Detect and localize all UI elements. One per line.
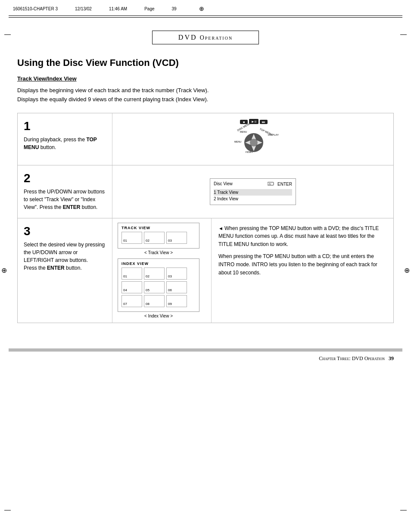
dvd-title-dvd: DVD <box>178 34 197 41</box>
track-cell-03: 03 <box>166 232 187 244</box>
page-title: Using the Disc View Function (VCD) <box>17 57 394 68</box>
svg-text:DISPLAY: DISPLAY <box>268 134 279 136</box>
menu-screen-enter: AV ENTER <box>268 181 292 187</box>
step-1-left: 1 During playback, press the TOP MENU bu… <box>18 113 112 165</box>
menu-screen-header: Disc View AV ENTER <box>214 181 292 187</box>
page-footer: Chapter Three: DVD Operation 39 <box>0 351 411 362</box>
step-3-bold: ENTER <box>47 265 65 271</box>
track-cell-01: 01 <box>121 232 142 244</box>
remote-center-circle <box>250 139 258 146</box>
menu-screen-title: Disc View <box>214 181 233 187</box>
index-cell-09: 09 <box>166 295 187 307</box>
step-3-text: Select the desired view by pressing the … <box>24 241 106 272</box>
step-2-bold: ENTER <box>63 204 81 210</box>
step-1-bold: TOP MENU <box>24 137 97 150</box>
step-2-row: 2 Press the UP/DOWN arrow buttons to sel… <box>18 165 393 218</box>
crosshair-left-icon: ⊕ <box>1 266 7 274</box>
meta-file: 16061510-CHAPTER 3 <box>13 6 58 11</box>
description-text: Displays the beginning view of each trac… <box>17 86 394 104</box>
step-2-number: 2 <box>24 172 106 184</box>
index-view-row-1: 01 02 03 <box>121 268 196 280</box>
step-2-text: Press the UP/DOWN arrow buttons to selec… <box>24 188 106 211</box>
page: ⊕ ⊕ 16061510-CHAPTER 3 12/13/02 11:46 AM… <box>0 0 411 532</box>
dvd-title-op: Operation <box>200 34 233 41</box>
meta-time: 11:46 AM <box>109 6 127 11</box>
index-cell-04: 04 <box>121 281 142 293</box>
track-view-box: TRACK VIEW 01 02 03 <box>118 223 199 249</box>
top-border-outer <box>9 16 402 16</box>
left-margin-mark-bottom <box>4 510 11 510</box>
footer-page-num: 39 <box>389 355 394 361</box>
svg-text:►II: ►II <box>251 120 256 124</box>
footer-chapter: Chapter Three: DVD Operation <box>319 355 385 361</box>
track-view-grid-row: 01 02 03 <box>121 232 196 244</box>
enter-icon-svg: AV <box>268 181 276 186</box>
remote-illustration: ■ ►II ⏭ DISC MENU TOP MENU DISPLAY <box>118 118 388 161</box>
step-3-number: 3 <box>24 225 106 237</box>
description-line-2: Displays the equally divided 9 views of … <box>17 95 394 104</box>
note-2: When pressing the TOP MENU button with a… <box>218 252 386 277</box>
steps-container: 1 During playback, press the TOP MENU bu… <box>17 113 394 323</box>
description-line-1: Displays the beginning view of each trac… <box>17 86 394 95</box>
enter-label: ENTER <box>277 182 292 187</box>
index-view-row-3: 07 08 09 <box>121 295 196 307</box>
svg-text:MENU: MENU <box>240 131 247 133</box>
footer-text: Chapter Three: DVD Operation 39 <box>319 355 394 362</box>
index-view-container: INDEX VIEW 01 02 03 04 05 06 <box>118 258 206 318</box>
index-cell-03: 03 <box>166 268 187 280</box>
left-margin-mark-top <box>4 34 11 35</box>
svg-text:■: ■ <box>243 121 245 124</box>
step-1-number: 1 <box>24 120 106 132</box>
step-1-right: ■ ►II ⏭ DISC MENU TOP MENU DISPLAY <box>112 113 393 165</box>
index-view-box: INDEX VIEW 01 02 03 04 05 06 <box>118 258 199 312</box>
index-view-row-2: 04 05 06 <box>121 281 196 293</box>
step-3-notes: When pressing the TOP MENU button with a… <box>212 218 393 323</box>
step-3-left: 3 Select the desired view by pressing th… <box>18 218 112 323</box>
svg-text:⏭: ⏭ <box>262 120 265 124</box>
top-border-inner <box>9 17 402 18</box>
step-3-middle: TRACK VIEW 01 02 03 < Track View > <box>112 218 212 323</box>
track-cell-02: 02 <box>144 232 165 244</box>
svg-text:AV: AV <box>268 183 271 185</box>
right-margin-mark-bottom <box>400 510 407 510</box>
meta-page-num: 39 <box>172 6 177 11</box>
section-subtitle: Track View/Index View <box>17 75 394 82</box>
step-2-left: 2 Press the UP/DOWN arrow buttons to sel… <box>18 165 112 218</box>
bottom-border-inner <box>9 349 402 349</box>
step-2-right: Disc View AV ENTER 1 Track View 2 Index … <box>112 165 393 218</box>
index-view-title: INDEX VIEW <box>121 261 196 266</box>
track-view-title: TRACK VIEW <box>121 226 196 230</box>
menu-screen-item-2: 2 Index View <box>214 196 292 202</box>
svg-text:MENU: MENU <box>234 140 241 143</box>
step-1-row: 1 During playback, press the TOP MENU bu… <box>18 113 393 165</box>
menu-screen-item-1: 1 Track View <box>214 189 292 196</box>
index-cell-07: 07 <box>121 295 142 307</box>
step-1-text: During playback, press the TOP MENU butt… <box>24 136 106 151</box>
meta-crosshair-icon <box>198 5 205 12</box>
dvd-header-wrap: DVD Operation <box>0 31 411 44</box>
meta-page-label: Page <box>144 6 154 11</box>
right-margin-mark-top <box>400 34 407 35</box>
track-view-container: TRACK VIEW 01 02 03 < Track View > <box>118 223 206 255</box>
remote-svg: ■ ►II ⏭ DISC MENU TOP MENU DISPLAY <box>216 118 290 161</box>
track-view-caption: < Track View > <box>118 250 199 255</box>
index-view-caption: < Index View > <box>118 314 199 318</box>
index-cell-06: 06 <box>166 281 187 293</box>
meta-date: 12/13/02 <box>75 6 92 11</box>
main-content: Using the Disc View Function (VCD) Track… <box>0 44 411 332</box>
index-cell-02: 02 <box>144 268 165 280</box>
index-cell-05: 05 <box>144 281 165 293</box>
step-3-row: 3 Select the desired view by pressing th… <box>18 218 393 323</box>
meta-line: 16061510-CHAPTER 3 12/13/02 11:46 AM Pag… <box>0 0 411 12</box>
index-cell-08: 08 <box>144 295 165 307</box>
menu-screen: Disc View AV ENTER 1 Track View 2 Index … <box>210 178 296 205</box>
index-cell-01: 01 <box>121 268 142 280</box>
dvd-header-box: DVD Operation <box>152 31 259 44</box>
note-1: When pressing the TOP MENU button with a… <box>218 224 386 249</box>
crosshair-right-icon: ⊕ <box>404 266 410 274</box>
svg-text:HOW+: HOW+ <box>246 151 253 153</box>
